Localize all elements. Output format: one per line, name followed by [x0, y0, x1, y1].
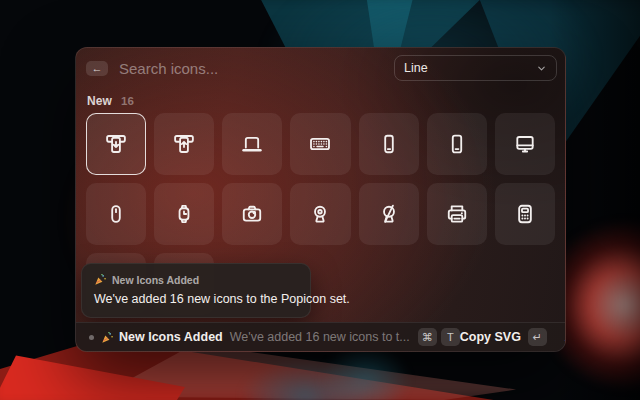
icon-tile-laptop[interactable]	[222, 113, 282, 175]
tooltip-message: We've added 16 new icons to the Popicon …	[94, 292, 298, 306]
icon-tile-printer[interactable]	[427, 183, 487, 245]
style-dropdown-value: Line	[404, 61, 536, 75]
icon-tile-smartwatch[interactable]	[154, 183, 214, 245]
calculator-icon	[512, 201, 538, 227]
icon-tile-webcam-off[interactable]	[359, 183, 419, 245]
tablet-icon	[444, 131, 470, 157]
icon-tile-card-insert-up[interactable]	[154, 113, 214, 175]
keycap-return: ↵	[528, 328, 547, 346]
back-button[interactable]: ←	[86, 61, 108, 76]
icon-tile-tablet[interactable]	[427, 113, 487, 175]
style-dropdown[interactable]: Line	[394, 55, 557, 81]
smartwatch-icon	[171, 201, 197, 227]
status-dot-icon	[89, 335, 94, 340]
printer-icon	[444, 201, 470, 227]
section-label: New	[87, 94, 112, 108]
actions-label: Actions	[565, 330, 566, 344]
keycap-cmd: ⌘	[418, 328, 437, 346]
laptop-icon	[239, 131, 265, 157]
party-popper-icon	[101, 331, 114, 344]
party-popper-icon	[94, 273, 107, 286]
desktop-monitor-icon	[512, 131, 538, 157]
card-insert-down-icon	[103, 131, 129, 157]
card-insert-up-icon	[171, 131, 197, 157]
icon-tile-webcam[interactable]	[290, 183, 350, 245]
selected-item-title: New Icons Added	[119, 330, 223, 344]
webcam-off-icon	[376, 201, 402, 227]
smartphone-icon	[376, 131, 402, 157]
icon-tile-mouse[interactable]	[86, 183, 146, 245]
copy-svg-label: Copy SVG	[460, 330, 521, 344]
webcam-icon	[307, 201, 333, 227]
icon-tile-smartphone[interactable]	[359, 113, 419, 175]
tooltip-title: New Icons Added	[112, 274, 199, 286]
section-header: New 16	[87, 94, 134, 108]
icon-tile-camera[interactable]	[222, 183, 282, 245]
icon-tile-desktop-monitor[interactable]	[495, 113, 555, 175]
search-input[interactable]	[119, 60, 394, 77]
icon-tile-card-insert-down[interactable]	[86, 113, 146, 175]
camera-icon	[239, 201, 265, 227]
selected-item-preview: We've added 16 new icons to t...	[230, 330, 410, 344]
section-count: 16	[121, 95, 134, 107]
arrow-left-icon: ←	[92, 62, 103, 74]
chevron-down-icon	[536, 63, 547, 74]
mouse-icon	[103, 201, 129, 227]
action-bar: New Icons Added We've added 16 new icons…	[76, 322, 565, 351]
search-header: ← Line	[76, 48, 565, 88]
keycap-t: T	[441, 328, 460, 346]
new-icons-tooltip: New Icons Added We've added 16 new icons…	[81, 263, 311, 318]
keyboard-icon	[307, 131, 333, 157]
launcher-window: ← Line New 16	[75, 47, 566, 352]
icon-tile-keyboard[interactable]	[290, 113, 350, 175]
icon-tile-calculator[interactable]	[495, 183, 555, 245]
copy-svg-button[interactable]: Copy SVG ↵	[460, 328, 547, 346]
